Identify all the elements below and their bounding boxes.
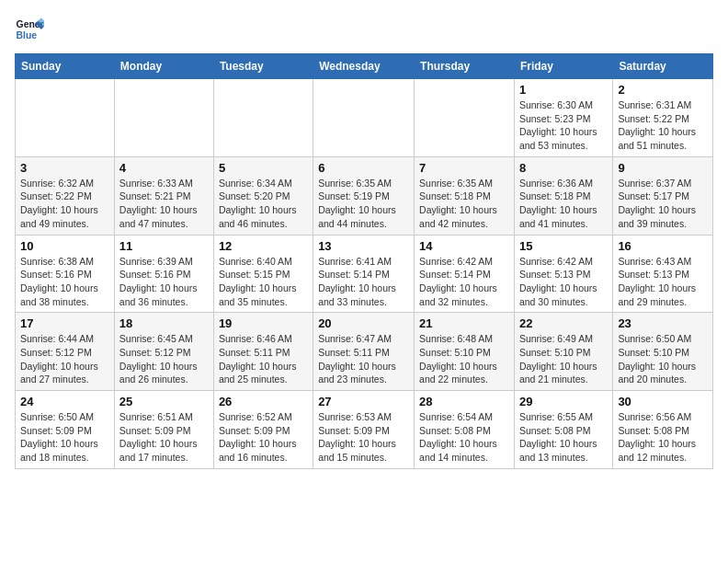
day-number: 25 xyxy=(119,395,209,408)
day-cell xyxy=(313,79,415,157)
day-info: Sunrise: 6:49 AM Sunset: 5:10 PM Dayligh… xyxy=(519,332,608,386)
day-number: 28 xyxy=(419,395,509,408)
day-number: 10 xyxy=(20,239,109,253)
day-number: 11 xyxy=(119,239,209,253)
page-header: General Blue xyxy=(15,15,713,44)
day-number: 3 xyxy=(20,161,109,175)
day-info: Sunrise: 6:45 AM Sunset: 5:12 PM Dayligh… xyxy=(119,332,209,386)
day-info: Sunrise: 6:50 AM Sunset: 5:09 PM Dayligh… xyxy=(20,410,109,465)
weekday-header-saturday: Saturday xyxy=(613,54,713,79)
weekday-header-thursday: Thursday xyxy=(415,54,515,79)
day-number: 16 xyxy=(618,239,708,253)
day-cell: 19Sunrise: 6:46 AM Sunset: 5:11 PM Dayli… xyxy=(213,313,313,391)
day-cell: 8Sunrise: 6:36 AM Sunset: 5:18 PM Daylig… xyxy=(514,156,612,235)
day-cell: 10Sunrise: 6:38 AM Sunset: 5:16 PM Dayli… xyxy=(16,235,115,313)
day-info: Sunrise: 6:48 AM Sunset: 5:10 PM Dayligh… xyxy=(419,332,509,386)
calendar-table: SundayMondayTuesdayWednesdayThursdayFrid… xyxy=(15,53,713,469)
day-cell: 26Sunrise: 6:52 AM Sunset: 5:09 PM Dayli… xyxy=(213,391,313,469)
day-info: Sunrise: 6:36 AM Sunset: 5:18 PM Dayligh… xyxy=(519,177,608,231)
day-info: Sunrise: 6:52 AM Sunset: 5:09 PM Dayligh… xyxy=(219,410,308,465)
day-cell: 5Sunrise: 6:34 AM Sunset: 5:20 PM Daylig… xyxy=(213,156,313,235)
day-number: 24 xyxy=(20,395,109,408)
day-info: Sunrise: 6:34 AM Sunset: 5:20 PM Dayligh… xyxy=(219,177,308,231)
day-cell: 21Sunrise: 6:48 AM Sunset: 5:10 PM Dayli… xyxy=(415,313,515,391)
day-number: 14 xyxy=(419,239,509,253)
day-number: 26 xyxy=(219,395,308,408)
day-info: Sunrise: 6:55 AM Sunset: 5:08 PM Dayligh… xyxy=(519,410,608,465)
day-cell: 6Sunrise: 6:35 AM Sunset: 5:19 PM Daylig… xyxy=(313,156,415,235)
day-info: Sunrise: 6:39 AM Sunset: 5:16 PM Dayligh… xyxy=(119,255,209,309)
day-info: Sunrise: 6:46 AM Sunset: 5:11 PM Dayligh… xyxy=(219,332,308,386)
day-number: 6 xyxy=(318,161,409,175)
day-number: 18 xyxy=(119,316,209,330)
day-cell: 13Sunrise: 6:41 AM Sunset: 5:14 PM Dayli… xyxy=(313,235,415,313)
day-cell: 3Sunrise: 6:32 AM Sunset: 5:22 PM Daylig… xyxy=(16,156,115,235)
day-info: Sunrise: 6:53 AM Sunset: 5:09 PM Dayligh… xyxy=(318,410,409,465)
day-number: 20 xyxy=(318,316,409,330)
day-number: 2 xyxy=(618,83,708,97)
week-row-5: 24Sunrise: 6:50 AM Sunset: 5:09 PM Dayli… xyxy=(16,391,713,469)
day-number: 15 xyxy=(519,239,608,253)
day-info: Sunrise: 6:47 AM Sunset: 5:11 PM Dayligh… xyxy=(318,332,409,386)
day-cell xyxy=(16,79,115,157)
day-number: 5 xyxy=(219,161,308,175)
day-cell: 14Sunrise: 6:42 AM Sunset: 5:14 PM Dayli… xyxy=(415,235,515,313)
day-number: 4 xyxy=(119,161,209,175)
day-number: 29 xyxy=(519,395,608,408)
day-info: Sunrise: 6:38 AM Sunset: 5:16 PM Dayligh… xyxy=(20,255,109,309)
day-cell xyxy=(213,79,313,157)
svg-text:Blue: Blue xyxy=(17,30,38,40)
day-info: Sunrise: 6:32 AM Sunset: 5:22 PM Dayligh… xyxy=(20,177,109,231)
day-cell: 11Sunrise: 6:39 AM Sunset: 5:16 PM Dayli… xyxy=(114,235,213,313)
week-row-2: 3Sunrise: 6:32 AM Sunset: 5:22 PM Daylig… xyxy=(16,156,713,235)
day-number: 27 xyxy=(318,395,409,408)
day-info: Sunrise: 6:51 AM Sunset: 5:09 PM Dayligh… xyxy=(119,410,209,465)
day-info: Sunrise: 6:56 AM Sunset: 5:08 PM Dayligh… xyxy=(618,410,708,465)
logo: General Blue xyxy=(15,15,44,44)
day-number: 30 xyxy=(618,395,708,408)
day-number: 22 xyxy=(519,316,608,330)
day-number: 9 xyxy=(618,161,708,175)
day-cell: 1Sunrise: 6:30 AM Sunset: 5:23 PM Daylig… xyxy=(514,79,612,157)
day-number: 19 xyxy=(219,316,308,330)
day-cell: 29Sunrise: 6:55 AM Sunset: 5:08 PM Dayli… xyxy=(514,391,612,469)
day-number: 1 xyxy=(519,83,608,97)
day-cell: 15Sunrise: 6:42 AM Sunset: 5:13 PM Dayli… xyxy=(514,235,612,313)
day-info: Sunrise: 6:44 AM Sunset: 5:12 PM Dayligh… xyxy=(20,332,109,386)
day-info: Sunrise: 6:54 AM Sunset: 5:08 PM Dayligh… xyxy=(419,410,509,465)
weekday-header-sunday: Sunday xyxy=(16,54,115,79)
day-cell: 23Sunrise: 6:50 AM Sunset: 5:10 PM Dayli… xyxy=(613,313,713,391)
day-info: Sunrise: 6:41 AM Sunset: 5:14 PM Dayligh… xyxy=(318,255,409,309)
week-row-3: 10Sunrise: 6:38 AM Sunset: 5:16 PM Dayli… xyxy=(16,235,713,313)
day-number: 17 xyxy=(20,316,109,330)
day-number: 7 xyxy=(419,161,509,175)
day-cell: 2Sunrise: 6:31 AM Sunset: 5:22 PM Daylig… xyxy=(613,79,713,157)
weekday-header-wednesday: Wednesday xyxy=(313,54,415,79)
weekday-header-row: SundayMondayTuesdayWednesdayThursdayFrid… xyxy=(16,54,713,79)
day-number: 8 xyxy=(519,161,608,175)
day-number: 23 xyxy=(618,316,708,330)
day-cell: 20Sunrise: 6:47 AM Sunset: 5:11 PM Dayli… xyxy=(313,313,415,391)
day-info: Sunrise: 6:30 AM Sunset: 5:23 PM Dayligh… xyxy=(519,98,608,153)
weekday-header-monday: Monday xyxy=(114,54,213,79)
day-info: Sunrise: 6:35 AM Sunset: 5:19 PM Dayligh… xyxy=(318,177,409,231)
day-info: Sunrise: 6:42 AM Sunset: 5:13 PM Dayligh… xyxy=(519,255,608,309)
day-cell: 4Sunrise: 6:33 AM Sunset: 5:21 PM Daylig… xyxy=(114,156,213,235)
day-info: Sunrise: 6:43 AM Sunset: 5:13 PM Dayligh… xyxy=(618,255,708,309)
day-cell: 27Sunrise: 6:53 AM Sunset: 5:09 PM Dayli… xyxy=(313,391,415,469)
day-number: 13 xyxy=(318,239,409,253)
day-cell: 18Sunrise: 6:45 AM Sunset: 5:12 PM Dayli… xyxy=(114,313,213,391)
day-info: Sunrise: 6:50 AM Sunset: 5:10 PM Dayligh… xyxy=(618,332,708,386)
day-cell: 12Sunrise: 6:40 AM Sunset: 5:15 PM Dayli… xyxy=(213,235,313,313)
day-info: Sunrise: 6:31 AM Sunset: 5:22 PM Dayligh… xyxy=(618,98,708,153)
day-cell: 9Sunrise: 6:37 AM Sunset: 5:17 PM Daylig… xyxy=(613,156,713,235)
day-cell: 16Sunrise: 6:43 AM Sunset: 5:13 PM Dayli… xyxy=(613,235,713,313)
day-info: Sunrise: 6:35 AM Sunset: 5:18 PM Dayligh… xyxy=(419,177,509,231)
day-cell: 24Sunrise: 6:50 AM Sunset: 5:09 PM Dayli… xyxy=(16,391,115,469)
weekday-header-tuesday: Tuesday xyxy=(213,54,313,79)
day-cell: 28Sunrise: 6:54 AM Sunset: 5:08 PM Dayli… xyxy=(415,391,515,469)
day-info: Sunrise: 6:42 AM Sunset: 5:14 PM Dayligh… xyxy=(419,255,509,309)
day-cell: 7Sunrise: 6:35 AM Sunset: 5:18 PM Daylig… xyxy=(415,156,515,235)
day-cell: 22Sunrise: 6:49 AM Sunset: 5:10 PM Dayli… xyxy=(514,313,612,391)
day-number: 21 xyxy=(419,316,509,330)
